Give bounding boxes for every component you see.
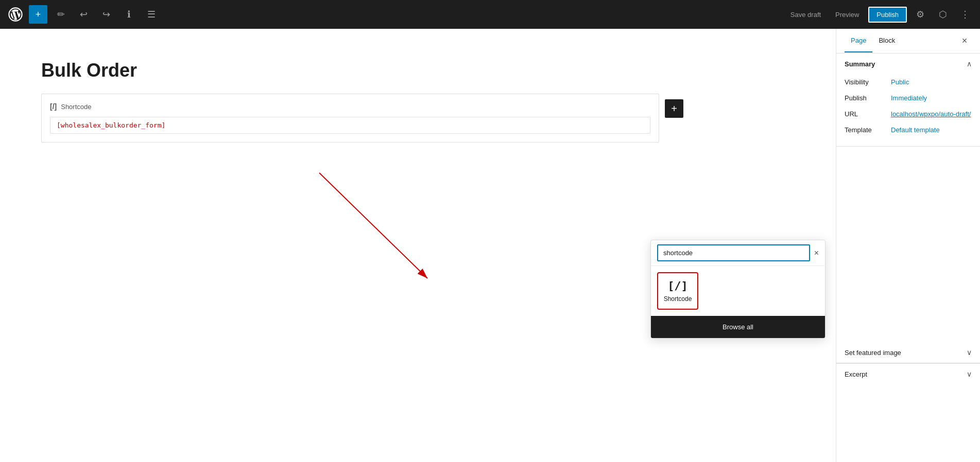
jetpack-icon: ⬡ xyxy=(939,9,947,20)
sidebar-close-button[interactable]: × xyxy=(957,34,972,48)
info-icon: ℹ xyxy=(127,9,131,20)
summary-header[interactable]: Summary ∧ xyxy=(836,54,980,74)
url-label: URL xyxy=(845,110,891,118)
plus-icon: + xyxy=(671,103,677,115)
redo-button[interactable]: ↪ xyxy=(97,5,115,24)
main-layout: Bulk Order [/] Shortcode + xyxy=(0,29,980,462)
tab-page[interactable]: Page xyxy=(845,29,872,52)
info-button[interactable]: ℹ xyxy=(119,5,138,24)
featured-image-section: Set featured image ∨ xyxy=(836,342,980,363)
undo-icon: ↩ xyxy=(80,9,88,20)
tab-block[interactable]: Block xyxy=(872,29,901,52)
jetpack-button[interactable]: ⬡ xyxy=(934,5,952,24)
url-row: URL localhost/wpxpo/auto-draft/ xyxy=(845,106,972,122)
plus-icon: + xyxy=(36,9,41,20)
publish-label: Publish xyxy=(845,94,891,102)
template-row: Template Default template xyxy=(845,122,972,138)
add-block-inline-button[interactable]: + xyxy=(665,99,683,118)
visibility-row: Visibility Public xyxy=(845,74,972,90)
page-title[interactable]: Bulk Order xyxy=(41,60,795,81)
more-options-button[interactable]: ⋮ xyxy=(956,7,974,22)
excerpt-section: Excerpt ∨ xyxy=(836,363,980,384)
featured-image-chevron-icon: ∨ xyxy=(967,348,972,357)
topbar: + ✏ ↩ ↪ ℹ ☰ Save draft Preview Publish ⚙… xyxy=(0,0,980,29)
template-value[interactable]: Default template xyxy=(891,126,940,134)
save-draft-button[interactable]: Save draft xyxy=(785,8,826,22)
shortcode-block-header: [/] Shortcode xyxy=(50,102,650,111)
url-value[interactable]: localhost/wpxpo/auto-draft/ xyxy=(891,110,971,118)
summary-body: Visibility Public Publish Immediately UR… xyxy=(836,74,980,146)
undo-button[interactable]: ↩ xyxy=(74,5,93,24)
visibility-label: Visibility xyxy=(845,78,891,86)
list-icon: ☰ xyxy=(147,9,156,20)
publish-button[interactable]: Publish xyxy=(868,7,907,23)
sidebar-tabs: Page Block xyxy=(845,29,901,52)
wp-logo xyxy=(6,5,25,24)
edit-icon-button[interactable]: ✏ xyxy=(51,5,70,24)
featured-image-title: Set featured image xyxy=(845,349,901,357)
shortcode-block-label: Shortcode xyxy=(61,103,91,111)
shortcode-block-icon: [/] xyxy=(50,102,57,111)
summary-section: Summary ∧ Visibility Public Publish Imme… xyxy=(836,54,980,147)
ellipsis-icon: ⋮ xyxy=(960,9,970,20)
shortcode-input-field[interactable] xyxy=(50,117,650,134)
excerpt-chevron-icon: ∨ xyxy=(967,370,972,378)
gear-icon: ⚙ xyxy=(916,9,924,20)
summary-chevron-icon: ∧ xyxy=(967,60,972,68)
annotation-arrow xyxy=(51,132,474,296)
add-block-topbar-button[interactable]: + xyxy=(29,5,47,24)
redo-icon: ↪ xyxy=(102,9,110,20)
shortcode-block: [/] Shortcode + xyxy=(41,94,659,143)
template-label: Template xyxy=(845,126,891,134)
featured-image-header[interactable]: Set featured image ∨ xyxy=(836,342,980,363)
svg-line-2 xyxy=(319,173,427,278)
preview-button[interactable]: Preview xyxy=(830,8,864,22)
summary-title: Summary xyxy=(845,60,875,68)
pencil-icon: ✏ xyxy=(57,9,65,20)
settings-gear-button[interactable]: ⚙ xyxy=(911,5,930,24)
excerpt-header[interactable]: Excerpt ∨ xyxy=(836,363,980,384)
topbar-right-actions: Save draft Preview Publish ⚙ ⬡ ⋮ xyxy=(785,5,974,24)
publish-row: Publish Immediately xyxy=(845,90,972,106)
right-sidebar: Page Block × Summary ∧ Visibility Public… xyxy=(836,29,980,462)
list-view-button[interactable]: ☰ xyxy=(142,5,161,24)
visibility-value[interactable]: Public xyxy=(891,78,909,86)
publish-value[interactable]: Immediately xyxy=(891,94,927,102)
sidebar-header: Page Block × xyxy=(836,29,980,54)
excerpt-title: Excerpt xyxy=(845,370,867,378)
